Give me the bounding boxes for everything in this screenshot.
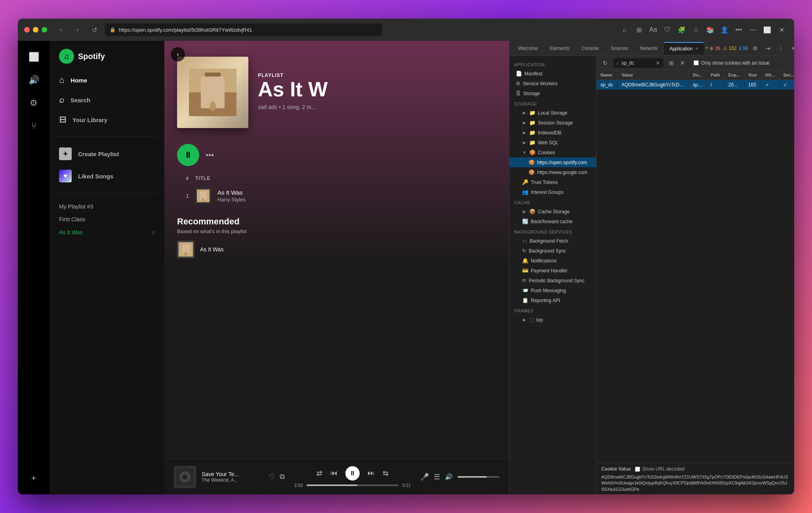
tree-item-periodic-bg-sync[interactable]: ⟳ Periodic Background Sync	[509, 276, 596, 285]
volume-bar[interactable]	[457, 476, 499, 478]
tree-item-cache-storage[interactable]: ▶ 📦 Cache Storage	[509, 207, 596, 216]
tab-sources[interactable]: Sources	[605, 42, 634, 55]
show-decoded-label[interactable]: Show URL decoded	[635, 466, 684, 472]
nav-item-library[interactable]: ⊟ Your Library	[50, 110, 164, 130]
close-traffic-light[interactable]	[24, 27, 30, 33]
tree-item-notifications[interactable]: 🔔 Notifications	[509, 256, 596, 266]
create-playlist-item[interactable]: + Create Playlist	[50, 143, 164, 165]
profile-button[interactable]: 👤	[718, 23, 731, 36]
tree-item-bg-sync[interactable]: ↻ Background Sync	[509, 246, 596, 256]
tree-item-manifest[interactable]: 📄 Manifest	[509, 69, 596, 78]
cookie-row-sp_dc[interactable]: sp_dc AQD9met6CJBGugbYcTcD2wlr... sp... …	[597, 80, 794, 90]
tree-item-back-forward[interactable]: 🔄 Back/forward cache	[509, 216, 596, 226]
tree-item-payment-handler[interactable]: 💳 Payment Handler	[509, 266, 596, 276]
tree-item-top-frame[interactable]: ▶ ⬚ top	[509, 315, 596, 325]
address-bar[interactable]: 🔒 https://open.spotify.com/playlist/5t39…	[105, 23, 382, 36]
next-button[interactable]: ⏭	[368, 469, 375, 477]
show-decoded-checkbox[interactable]	[635, 467, 640, 472]
add-tab-button[interactable]: +	[705, 43, 709, 54]
shuffle-button[interactable]: ⇄	[316, 469, 322, 478]
tab-network[interactable]: Network	[635, 42, 663, 55]
tree-item-spotify-cookie[interactable]: 🍪 https://open.spotify.com	[509, 157, 596, 167]
maximize-traffic-light[interactable]	[42, 27, 47, 33]
more-options-button[interactable]: •••	[206, 151, 214, 160]
extensions-button[interactable]: 🧩	[675, 23, 688, 36]
progress-bar[interactable]	[307, 484, 398, 486]
sidebar-icon-git[interactable]: ⑂	[24, 116, 44, 136]
playlist-item-firstclass[interactable]: First Class	[50, 213, 164, 226]
devtools-close-button[interactable]: ✕	[788, 43, 794, 54]
back-nav-button[interactable]: ‹	[171, 47, 185, 61]
show-issue-label[interactable]: Only show cookies with an issue	[694, 60, 770, 66]
refresh-button[interactable]: ↺	[88, 24, 100, 36]
col-domain[interactable]: Do...	[689, 70, 707, 80]
sidebar-icon-audio[interactable]: 🔊	[24, 70, 44, 90]
close-window-button[interactable]: ✕	[775, 23, 788, 36]
filter-action-1[interactable]: ⊞	[667, 58, 676, 68]
lyrics-button[interactable]: 🎤	[420, 473, 429, 481]
devtools-dock-button[interactable]: ⇥	[763, 43, 773, 54]
tree-item-indexeddb[interactable]: ▶ 📁 IndexedDB	[509, 128, 596, 138]
forward-button[interactable]: ›	[72, 24, 84, 36]
cookie-filter-input[interactable]	[621, 60, 653, 66]
sidebar-icon-add[interactable]: +	[24, 468, 44, 488]
search-toolbar-button[interactable]: ⌕	[618, 23, 631, 36]
nav-item-search[interactable]: ⌕ Search	[50, 90, 164, 110]
col-secure[interactable]: Sec...	[779, 70, 794, 80]
tree-item-web-sql[interactable]: ▶ 📁 Web SQL	[509, 138, 596, 147]
reader-button[interactable]: Aa	[647, 23, 660, 36]
tabs-button[interactable]: ⊞	[633, 23, 645, 36]
queue-button[interactable]: ☰	[434, 473, 440, 481]
favorites-button[interactable]: ☆	[690, 23, 702, 36]
devtools-settings-button[interactable]: ⚙	[750, 43, 761, 54]
playlist-item-my3[interactable]: My Playlist #3	[50, 200, 164, 213]
maximize-window-button[interactable]: ⬜	[761, 23, 774, 36]
tree-item-service-workers[interactable]: ⚙ Service Workers	[509, 78, 596, 88]
minimize-button[interactable]: —	[747, 23, 759, 36]
previous-button[interactable]: ⏮	[330, 469, 337, 477]
collections-button[interactable]: 📚	[704, 23, 717, 36]
shield-button[interactable]: 🛡	[661, 23, 674, 36]
track-row-1[interactable]: 1 As It Was Harry Styles	[164, 185, 509, 207]
filter-action-2[interactable]: ✕	[678, 58, 687, 68]
more-button[interactable]: •••	[732, 23, 745, 36]
player-play-pause-button[interactable]: ⏸	[345, 466, 360, 480]
play-pause-button[interactable]: ⏸	[177, 144, 199, 166]
tree-item-interest-groups[interactable]: 👥 Interest Groups	[509, 187, 596, 197]
tab-welcome[interactable]: Welcome	[513, 42, 543, 55]
liked-songs-item[interactable]: ♥ Liked Songs	[50, 165, 164, 187]
tree-item-storage-main[interactable]: 🗄 Storage	[509, 88, 596, 98]
pip-button[interactable]: ⧉	[280, 473, 285, 481]
back-button[interactable]: ‹	[55, 24, 67, 36]
refresh-cookies-button[interactable]: ↻	[600, 58, 610, 68]
tree-item-session-storage[interactable]: ▶ 📁 Session Storage	[509, 118, 596, 128]
tab-console[interactable]: Console	[576, 42, 604, 55]
sidebar-icon-tabs[interactable]: ⬜	[24, 47, 44, 67]
heart-button[interactable]: ♡	[269, 473, 275, 481]
col-path[interactable]: Path	[706, 70, 724, 80]
col-httponly[interactable]: Htt...	[761, 70, 779, 80]
tree-item-reporting-api[interactable]: 📋 Reporting API	[509, 295, 596, 305]
col-expires[interactable]: Exp...	[724, 70, 744, 80]
nav-item-home[interactable]: ⌂ Home	[50, 70, 164, 90]
tree-item-local-storage[interactable]: ▶ 📁 Local Storage	[509, 108, 596, 118]
tab-application[interactable]: Application ✕	[664, 42, 704, 55]
show-issue-checkbox[interactable]	[694, 60, 699, 65]
tree-item-cookies[interactable]: ▼ 🍪 Cookies	[509, 147, 596, 157]
playlist-item-asitwas[interactable]: As It Was ♪	[50, 226, 164, 239]
tree-item-google-cookie[interactable]: 🍪 https://www.google.com	[509, 167, 596, 177]
minimize-traffic-light[interactable]	[33, 27, 38, 33]
repeat-button[interactable]: ⇆	[383, 469, 389, 478]
col-name[interactable]: Name	[597, 70, 618, 80]
tree-item-trust-tokens[interactable]: 🔑 Trust Tokens	[509, 177, 596, 187]
clear-filter-button[interactable]: ✕	[656, 60, 660, 66]
col-size[interactable]: Size	[744, 70, 761, 80]
devtools-more-button[interactable]: ⋮	[776, 43, 786, 54]
tab-elements[interactable]: Elements	[544, 42, 575, 55]
col-value[interactable]: Value	[618, 70, 689, 80]
sidebar-icon-settings[interactable]: ⚙	[24, 93, 44, 113]
tree-item-push-messaging[interactable]: 📨 Push Messaging	[509, 285, 596, 295]
tab-application-close[interactable]: ✕	[695, 46, 698, 51]
mini-recommended-track[interactable]: As It Was	[164, 237, 509, 261]
tree-item-bg-fetch[interactable]: ↑↓ Background Fetch	[509, 236, 596, 246]
